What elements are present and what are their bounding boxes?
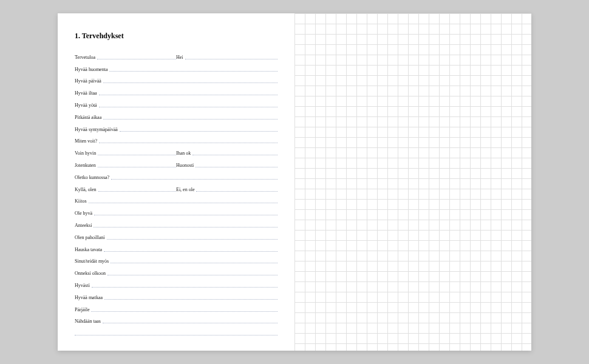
- blank-cell: [75, 335, 277, 336]
- vocab-cell-left: Jotenkuten: [75, 163, 176, 168]
- vocab-label: Pitkästä aikaa: [75, 115, 103, 120]
- vocab-cell: Pärjäile: [75, 307, 277, 312]
- vocab-label: Miten voit?: [75, 138, 99, 144]
- vocab-label: Kiitos: [75, 198, 89, 204]
- vocab-row: Hyvää syntymäpäivää: [75, 121, 277, 133]
- vocab-label: Sinut/teidät myös: [75, 258, 111, 264]
- vocab-row: Nähdään taas: [75, 314, 277, 326]
- vocab-label: Hyvää matkaa: [75, 295, 104, 300]
- vocab-cell: Anteeksi: [75, 223, 277, 228]
- vocab-row: Hyvää huomenta: [75, 61, 277, 73]
- vocab-label: Hyvää iltaa: [75, 90, 99, 96]
- vocab-label: Oletko kunnossa?: [75, 175, 111, 180]
- vocab-row: Hyvästi: [75, 277, 277, 289]
- vocab-row: Anteeksi: [75, 217, 277, 229]
- vocab-cell-right: Hei: [176, 55, 277, 60]
- vocab-label: Voin hyvin: [75, 150, 98, 156]
- vocab-row: Hyvää päivää: [75, 73, 277, 86]
- page-left: 1. Tervehdykset TervetuloaHeiHyvää huome…: [58, 13, 294, 351]
- section-heading: 1. Tervehdykset: [75, 32, 277, 41]
- dotted-line: [92, 287, 277, 288]
- vocab-row: Pitkästä aikaa: [75, 109, 277, 121]
- dotted-line: [97, 59, 176, 59]
- vocab-cell-right: Ihan ok: [176, 150, 277, 156]
- vocab-label: Nähdään taas: [75, 318, 103, 324]
- vocab-cell: Miten voit?: [75, 138, 277, 144]
- dotted-line: [91, 311, 277, 312]
- vocab-cell: Hyvää huomenta: [75, 67, 277, 72]
- vocab-label: Huonosti: [176, 163, 196, 168]
- vocab-cell: Sinut/teidät myös: [75, 258, 277, 264]
- vocab-label: Tervetuloa: [75, 55, 97, 60]
- vocab-row: Ole hyvä: [75, 205, 277, 217]
- vocab-label: Hyvästi: [75, 283, 92, 288]
- vocab-cell: Hyvää iltaa: [75, 90, 277, 96]
- vocab-row: JotenkutenHuonosti: [75, 157, 277, 169]
- vocab-row: TervetuloaHei: [75, 49, 277, 61]
- dotted-line: [99, 95, 277, 95]
- dotted-line: [104, 299, 277, 300]
- dotted-line: [120, 131, 277, 132]
- vocab-label: Kyllä, olen: [75, 187, 98, 192]
- dotted-line: [196, 191, 277, 192]
- vocab-cell: Hyvää syntymäpäivää: [75, 127, 277, 132]
- dotted-line: [94, 227, 277, 228]
- vocab-label: Anteeksi: [75, 223, 94, 228]
- vocab-cell: Hyvää yötä: [75, 103, 277, 108]
- dotted-line: [111, 179, 277, 180]
- vocab-row: Hyvää iltaa: [75, 85, 277, 97]
- dotted-line: [103, 323, 277, 323]
- vocab-label: Hei: [176, 55, 185, 60]
- graph-grid: [294, 13, 531, 351]
- vocab-cell-left: Kyllä, olen: [75, 187, 176, 192]
- vocab-label: Hauska tavata: [75, 247, 104, 252]
- vocab-row: Kiitos: [75, 194, 277, 206]
- dotted-line: [109, 71, 277, 72]
- vocab-cell: Oletko kunnossa?: [75, 175, 277, 180]
- vocab-row: Hyvää yötä: [75, 97, 277, 109]
- dotted-line: [107, 239, 277, 240]
- vocab-cell: Kiitos: [75, 198, 277, 204]
- dotted-line: [98, 191, 176, 192]
- vocab-row: [75, 325, 277, 337]
- dotted-line: [98, 167, 176, 167]
- vocab-label: Hyvää päivää: [75, 78, 103, 84]
- vocab-row: Kyllä, olenEi, en ole: [75, 181, 277, 194]
- vocab-row: Oletko kunnossa?: [75, 169, 277, 181]
- page-right: [294, 13, 531, 351]
- vocab-row: Olen pahoillani: [75, 229, 277, 241]
- vocab-row: Sinut/teidät myös: [75, 254, 277, 266]
- vocab-row: Hauska tavata: [75, 241, 277, 254]
- vocab-cell-left: Tervetuloa: [75, 55, 176, 60]
- dotted-line: [104, 251, 277, 252]
- vocab-cell: Hyvästi: [75, 283, 277, 288]
- vocab-cell: Hyvää matkaa: [75, 295, 277, 300]
- dotted-line: [103, 83, 277, 83]
- vocab-cell: Onneksi olkoon: [75, 271, 277, 276]
- vocab-cell: Olen pahoillani: [75, 235, 277, 240]
- vocab-label: Jotenkuten: [75, 163, 98, 168]
- page-spread: 1. Tervehdykset TervetuloaHeiHyvää huome…: [58, 13, 531, 351]
- vocab-label: Onneksi olkoon: [75, 271, 107, 276]
- vocab-cell: Hauska tavata: [75, 247, 277, 252]
- vocab-row: Voin hyvinIhan ok: [75, 145, 277, 157]
- dotted-line: [75, 335, 277, 335]
- vocab-cell-right: Huonosti: [176, 163, 277, 168]
- dotted-line: [103, 119, 277, 120]
- vocab-row: Miten voit?: [75, 133, 277, 146]
- dotted-line: [192, 155, 277, 155]
- dotted-line: [98, 155, 176, 155]
- vocab-cell: Pitkästä aikaa: [75, 115, 277, 120]
- vocab-label: Ei, en ole: [176, 187, 196, 192]
- dotted-line: [111, 263, 277, 263]
- vocab-row: Onneksi olkoon: [75, 265, 277, 277]
- dotted-line: [89, 203, 277, 203]
- vocab-label: Hyvää huomenta: [75, 67, 109, 72]
- dotted-line: [99, 107, 277, 107]
- vocabulary-rows: TervetuloaHeiHyvää huomentaHyvää päivääH…: [75, 49, 277, 337]
- dotted-line: [107, 275, 277, 275]
- vocab-label: Olen pahoillani: [75, 235, 107, 240]
- vocab-cell-left: Voin hyvin: [75, 150, 176, 156]
- vocab-row: Pärjäile: [75, 302, 277, 314]
- dotted-line: [185, 59, 277, 59]
